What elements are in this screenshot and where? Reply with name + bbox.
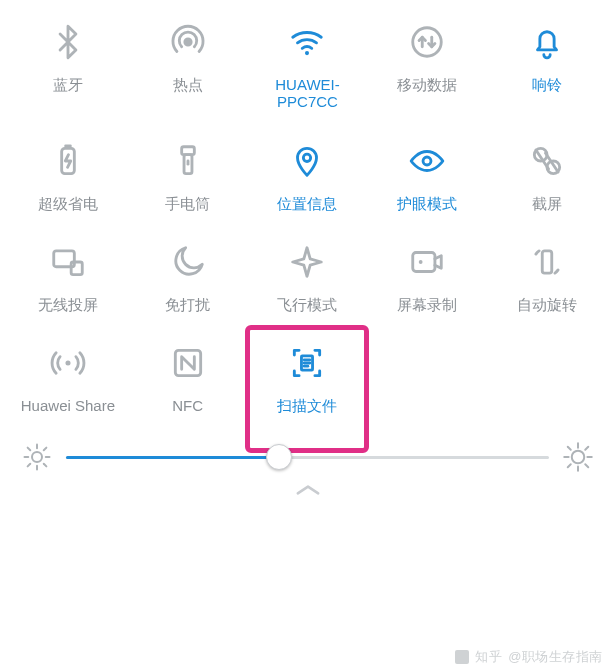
svg-point-29 [572, 451, 585, 464]
tile-autorotate[interactable]: 自动旋转 [487, 240, 607, 313]
tile-screenshot[interactable]: 截屏 [487, 139, 607, 212]
huaweishare-icon [46, 341, 90, 385]
screenrec-icon [405, 240, 449, 284]
location-icon [285, 139, 329, 183]
svg-rect-11 [413, 252, 435, 271]
brightness-low-icon [22, 442, 52, 472]
svg-line-27 [28, 464, 31, 467]
svg-line-34 [568, 447, 571, 450]
tile-label: 屏幕录制 [397, 296, 457, 313]
tile-label: Huawei Share [21, 397, 115, 414]
bluetooth-icon [46, 20, 90, 64]
tile-label: 截屏 [532, 195, 562, 212]
svg-point-12 [419, 260, 423, 264]
mobiledata-icon [405, 20, 449, 64]
cast-icon [46, 240, 90, 284]
powersave-icon [46, 139, 90, 183]
tile-huaweishare[interactable]: Huawei Share [8, 341, 128, 414]
tile-location[interactable]: 位置信息 [248, 139, 368, 212]
wifi-icon [285, 20, 329, 64]
flashlight-icon [166, 139, 210, 183]
brightness-thumb[interactable] [266, 444, 292, 470]
quick-settings-grid: 蓝牙热点HUAWEI- PPC7CC移动数据响铃超级省电手电筒位置信息护眼模式截… [0, 0, 615, 424]
autorotate-icon [525, 240, 569, 284]
tile-label: 护眼模式 [397, 195, 457, 212]
tile-label: 响铃 [532, 76, 562, 93]
brightness-row [0, 424, 615, 472]
scandoc-icon [285, 341, 329, 385]
watermark-site: 知乎 [475, 648, 502, 666]
tile-label: 飞行模式 [277, 296, 337, 313]
tile-bluetooth[interactable]: 蓝牙 [8, 20, 128, 111]
tile-cast[interactable]: 无线投屏 [8, 240, 128, 313]
tile-airplane[interactable]: 飞行模式 [248, 240, 368, 313]
hotspot-icon [166, 20, 210, 64]
tile-label: 扫描文件 [277, 397, 337, 414]
svg-point-1 [305, 51, 309, 55]
dnd-icon [166, 240, 210, 284]
eyecare-icon [405, 139, 449, 183]
svg-line-36 [568, 465, 571, 468]
tile-label: 免打扰 [165, 296, 210, 313]
tile-label: NFC [172, 397, 203, 414]
svg-line-28 [44, 448, 47, 451]
svg-line-37 [585, 447, 588, 450]
ring-icon [525, 20, 569, 64]
tile-eyecare[interactable]: 护眼模式 [367, 139, 487, 212]
screenshot-icon [525, 139, 569, 183]
svg-line-35 [585, 465, 588, 468]
svg-point-0 [185, 39, 191, 45]
tile-powersave[interactable]: 超级省电 [8, 139, 128, 212]
tile-label: 超级省电 [38, 195, 98, 212]
tile-label: HUAWEI- PPC7CC [275, 76, 339, 111]
tile-dnd[interactable]: 免打扰 [128, 240, 248, 313]
svg-point-8 [423, 157, 431, 165]
tile-label: 自动旋转 [517, 296, 577, 313]
tile-hotspot[interactable]: 热点 [128, 20, 248, 111]
brightness-slider[interactable] [66, 444, 549, 470]
collapse-handle[interactable] [0, 472, 615, 504]
svg-rect-13 [542, 251, 552, 273]
tile-mobiledata[interactable]: 移动数据 [367, 20, 487, 111]
tile-scandoc[interactable]: 扫描文件 [248, 341, 368, 414]
tile-flashlight[interactable]: 手电筒 [128, 139, 248, 212]
brightness-high-icon [563, 442, 593, 472]
tile-label: 位置信息 [277, 195, 337, 212]
svg-point-20 [32, 452, 42, 462]
airplane-icon [285, 240, 329, 284]
tile-label: 移动数据 [397, 76, 457, 93]
svg-rect-10 [71, 262, 82, 275]
brightness-track-fill [66, 456, 279, 459]
svg-point-7 [304, 154, 311, 161]
watermark: 知乎 @职场生存指南 [455, 648, 603, 666]
watermark-author: @职场生存指南 [508, 648, 603, 666]
tile-ring[interactable]: 响铃 [487, 20, 607, 111]
tile-label: 蓝牙 [53, 76, 83, 93]
tile-nfc[interactable]: NFC [128, 341, 248, 414]
zhihu-logo-icon [455, 650, 469, 664]
tile-screenrec[interactable]: 屏幕录制 [367, 240, 487, 313]
nfc-icon [166, 341, 210, 385]
svg-line-26 [44, 464, 47, 467]
tile-label: 无线投屏 [38, 296, 98, 313]
tile-label: 手电筒 [165, 195, 210, 212]
svg-point-14 [65, 360, 70, 365]
tile-wifi[interactable]: HUAWEI- PPC7CC [248, 20, 368, 111]
svg-point-2 [413, 28, 442, 57]
tile-label: 热点 [173, 76, 203, 93]
svg-line-25 [28, 448, 31, 451]
